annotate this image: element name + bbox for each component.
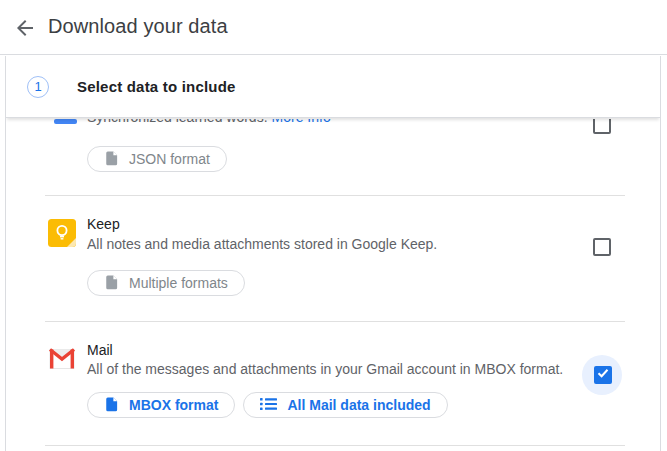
list-item-mail: Mail All of the messages and attachments… [6, 322, 660, 451]
back-button[interactable] [13, 16, 37, 40]
step-label: Select data to include [77, 78, 236, 95]
file-icon [104, 396, 119, 415]
list-item-keep: Keep All notes and media attachments sto… [6, 196, 660, 322]
service-title: Mail [87, 342, 113, 358]
service-description: All of the messages and attachments in y… [87, 361, 563, 377]
chip-rail: JSON format [87, 146, 227, 172]
checkbox-keep[interactable] [593, 238, 611, 256]
format-chip-mbox[interactable]: MBOX format [87, 392, 235, 418]
service-description: All notes and media attachments stored i… [87, 236, 437, 252]
file-icon [104, 274, 119, 293]
format-chip-multiple-formats[interactable]: Multiple formats [87, 270, 245, 296]
keep-icon [48, 219, 76, 247]
list-item-synchronized-learned-words: Synchronized learned words.More Info JSO… [6, 119, 660, 196]
app-bar: Download your data [0, 0, 667, 55]
gmail-icon [48, 345, 76, 373]
input-tools-icon [54, 119, 77, 124]
service-title: Keep [87, 216, 120, 232]
takeout-card: 1 Select data to include Synchronized le… [5, 56, 661, 451]
chip-rail: MBOX format All Mail data included [87, 392, 448, 418]
service-description: Synchronized learned words.More Info [87, 119, 331, 125]
check-icon [596, 366, 610, 384]
arrow-left-icon [13, 28, 37, 43]
format-chip-json[interactable]: JSON format [87, 146, 227, 172]
list-icon [260, 397, 277, 414]
mail-data-chip[interactable]: All Mail data included [243, 392, 447, 418]
divider [45, 445, 625, 446]
step-header: 1 Select data to include [6, 56, 660, 118]
chip-label: JSON format [129, 151, 210, 167]
page-title: Download your data [48, 15, 228, 38]
file-icon [104, 150, 119, 169]
checkbox-mail[interactable] [594, 366, 612, 384]
chip-label: MBOX format [129, 397, 218, 413]
step-number-badge: 1 [27, 76, 49, 98]
more-info-link[interactable]: More Info [272, 119, 331, 125]
chip-label: All Mail data included [287, 397, 430, 413]
product-list: Synchronized learned words.More Info JSO… [6, 119, 660, 451]
chip-label: Multiple formats [129, 275, 228, 291]
checkbox-synchronized-learned-words[interactable] [593, 119, 611, 134]
chip-rail: Multiple formats [87, 270, 245, 296]
